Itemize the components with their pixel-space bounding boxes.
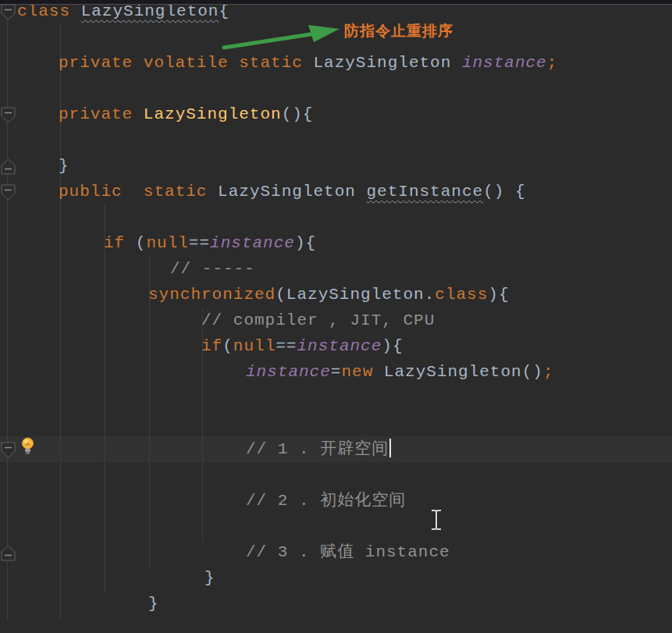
code-token-plain: (){ (282, 105, 314, 123)
code-token-constructor: LazySingleton (144, 105, 282, 123)
indent-guide (105, 205, 105, 593)
editor-top-border (0, 0, 672, 5)
code-line[interactable]: } (59, 153, 69, 179)
code-token-keyword: null (233, 337, 276, 355)
code-token-plain: (LazySingleton. (276, 286, 435, 304)
code-token-comment: // ----- (170, 260, 255, 278)
code-token-plain: LazySingleton() (373, 363, 543, 381)
code-line[interactable]: // 1 . 开辟空间 (246, 436, 391, 462)
code-token-plain: == (189, 234, 210, 252)
fold-marker-up-icon[interactable] (1, 545, 16, 561)
code-token-plain: } (59, 157, 69, 175)
fold-marker-down-icon[interactable] (1, 184, 16, 201)
code-token-plain: LazySingleton (81, 2, 219, 20)
code-token-plain: getInstance (367, 183, 484, 201)
code-token-plain: } (204, 569, 215, 587)
code-token-plain: LazySingleton (303, 54, 462, 72)
code-token-comment: // 2 . 初始化空间 (246, 492, 406, 510)
code-line[interactable]: // ----- (170, 256, 255, 282)
code-token-plain: ){ (295, 234, 316, 252)
code-token-keyword: ; (543, 363, 554, 381)
code-token-plain: } (148, 595, 159, 613)
fold-marker-down-icon[interactable] (1, 442, 16, 458)
code-line[interactable]: private LazySingleton(){ (59, 101, 313, 127)
code-token-keyword: ; (547, 54, 558, 72)
code-token-keyword: if (201, 337, 222, 355)
code-token-keyword: private volatile static (59, 54, 303, 72)
code-token-comment: // 3 . 赋值 instance (246, 543, 450, 561)
code-token-plain: == (276, 337, 297, 355)
annotation-label: 防指令止重排序 (344, 21, 453, 41)
code-token-field: instance (246, 363, 331, 381)
code-token-plain: ){ (382, 337, 403, 355)
text-caret (389, 439, 391, 457)
fold-marker-down-icon[interactable] (1, 107, 16, 123)
code-token-plain: ( (222, 337, 233, 355)
code-token-plain: ( (125, 234, 146, 252)
mouse-cursor-icon (428, 508, 444, 532)
code-token-keyword: new (341, 363, 373, 381)
code-token-keyword: static (144, 183, 208, 201)
code-token-keyword: null (146, 234, 188, 252)
code-line[interactable]: public static LazySingleton getInstance(… (59, 179, 526, 204)
code-line[interactable]: if(null==instance){ (201, 333, 404, 359)
fold-marker-down-icon[interactable] (1, 4, 16, 20)
code-token-plain: ){ (488, 286, 509, 304)
code-token-plain: LazySingleton (207, 183, 366, 201)
code-token-field: instance (210, 234, 295, 252)
green-arrow-annotation-icon (217, 20, 346, 55)
code-line[interactable]: } (204, 565, 215, 591)
code-line[interactable]: // compiler , JIT, CPU (201, 308, 435, 333)
code-token-plain (123, 183, 144, 201)
code-line[interactable]: // 3 . 赋值 instance (246, 539, 450, 565)
code-line[interactable]: if (null==instance){ (104, 230, 316, 256)
code-editor[interactable]: 防指令止重排序 class LazySingleton{private vola… (0, 0, 672, 633)
intention-bulb-icon[interactable] (21, 436, 34, 457)
code-token-plain: { (219, 2, 229, 20)
code-line[interactable]: } (148, 591, 159, 617)
code-token-plain: = (331, 363, 342, 381)
code-token-keyword: public (59, 183, 123, 201)
code-token-keyword: private (59, 105, 144, 123)
code-token-field: instance (462, 54, 547, 72)
code-token-keyword: synchronized (148, 286, 276, 304)
code-line[interactable]: synchronized(LazySingleton.class){ (148, 282, 510, 308)
code-token-keyword: class (435, 286, 488, 304)
code-token-keyword: class (17, 2, 81, 20)
code-token-comment: // 1 . 开辟空间 (246, 440, 389, 458)
code-line[interactable]: instance=new LazySingleton(); (246, 359, 554, 385)
code-token-plain: () { (483, 183, 525, 201)
code-line[interactable]: // 2 . 初始化空间 (246, 488, 406, 514)
code-token-comment: // compiler , JIT, CPU (201, 311, 435, 329)
code-token-keyword: if (104, 234, 125, 252)
code-token-field: instance (297, 337, 382, 355)
fold-marker-up-icon[interactable] (1, 158, 16, 175)
